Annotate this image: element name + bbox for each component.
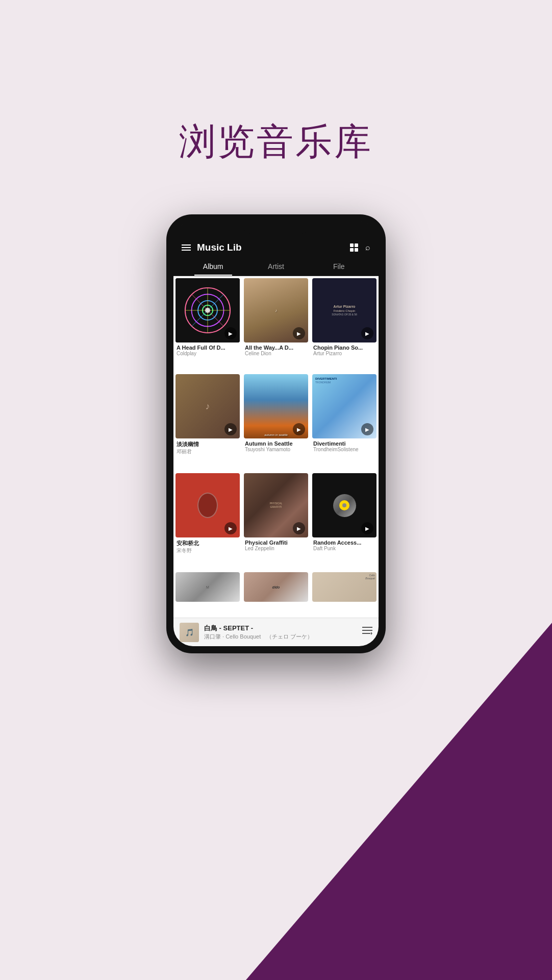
svg-marker-13: [371, 632, 372, 635]
app-bar-left: Music Lib: [182, 242, 242, 253]
play-button[interactable]: ▶: [293, 327, 305, 339]
album-item[interactable]: DIVERTIMENTI TRONDHEIM ▶ Divertimenti Tr…: [310, 372, 379, 471]
phone-frame: Music Lib ⌕ Album Artist File: [166, 214, 386, 653]
album-artist: Celine Dion: [244, 351, 308, 356]
album-cover: Artur Pizarro Frédéric Chopin SONATAS OP…: [312, 278, 377, 342]
album-item[interactable]: ♪ ▶ 淡淡幽情 邓丽君: [173, 372, 242, 471]
tab-artist[interactable]: Artist: [244, 257, 307, 276]
now-playing-menu-icon[interactable]: [362, 627, 372, 638]
album-artist: Coldplay: [175, 351, 240, 356]
album-item[interactable]: ▶ A Head Full Of D... Coldplay: [173, 276, 242, 372]
svg-rect-12: [362, 633, 370, 634]
album-item[interactable]: Cello Bouquet: [310, 570, 379, 606]
album-name: A Head Full Of D...: [175, 345, 240, 351]
svg-point-9: [205, 308, 210, 313]
grid-view-icon[interactable]: [350, 243, 358, 252]
album-name: 淡淡幽情: [175, 440, 240, 448]
album-cover: autumn in seattle ▶: [244, 374, 308, 438]
now-playing-title: 白鳥 - SEPTET -: [204, 624, 357, 633]
album-item[interactable]: ▶ 安和桥北 宋冬野: [173, 471, 242, 570]
play-button[interactable]: ▶: [224, 522, 237, 534]
tabs-bar: Album Artist File: [173, 257, 379, 276]
now-playing-info: 白鳥 - SEPTET - 溝口肇 · Cello Bouquet （チェロ ブ…: [204, 624, 357, 641]
album-artist: TrondheimSolistene: [312, 447, 377, 452]
album-name: Random Access...: [312, 540, 377, 546]
menu-icon[interactable]: [182, 244, 191, 251]
album-cover: dido: [244, 572, 308, 602]
tab-file[interactable]: File: [308, 257, 370, 276]
album-cover: ♪ ▶: [175, 374, 240, 438]
album-cover: ▶: [312, 473, 377, 537]
album-name: Autumn in Seattle: [244, 440, 308, 447]
page-title: 浏览音乐库: [0, 117, 552, 166]
album-artist: Tsuyoshi Yamamoto: [244, 447, 308, 452]
album-name: 安和桥北: [175, 540, 240, 547]
album-artist: Led Zeppelin: [244, 546, 308, 551]
album-cover: Cello Bouquet: [312, 572, 377, 602]
album-artist: Daft Punk: [312, 546, 377, 551]
phone-screen: Music Lib ⌕ Album Artist File: [173, 222, 379, 646]
bg-decoration: [246, 623, 552, 980]
album-artist: 邓丽君: [175, 448, 240, 455]
album-item[interactable]: autumn in seattle ▶ Autumn in Seattle Ts…: [242, 372, 310, 471]
svg-rect-10: [362, 627, 372, 628]
tab-album[interactable]: Album: [182, 257, 244, 276]
play-button[interactable]: ▶: [224, 423, 237, 435]
svg-rect-11: [362, 630, 372, 631]
play-button[interactable]: ▶: [361, 327, 373, 339]
album-cover: ▶: [175, 278, 240, 342]
app-bar-title: Music Lib: [197, 242, 242, 253]
album-grid: ▶ A Head Full Of D... Coldplay ♪ ▶ All t…: [173, 276, 379, 618]
play-button[interactable]: ▶: [293, 423, 305, 435]
album-name: All the Way...A D...: [244, 345, 308, 351]
play-button[interactable]: ▶: [361, 522, 373, 534]
now-playing-thumbnail: 🎵: [180, 623, 199, 642]
album-item[interactable]: ♪ ▶ All the Way...A D... Celine Dion: [242, 276, 310, 372]
album-cover: ▶: [175, 473, 240, 537]
album-cover: DIVERTIMENTI TRONDHEIM ▶: [312, 374, 377, 438]
album-name: Physical Graffiti: [244, 540, 308, 546]
phone-notch: [243, 222, 309, 234]
album-artist: Artur Pizarro: [312, 351, 377, 356]
search-icon[interactable]: ⌕: [365, 243, 370, 252]
album-cover: PHYSICAL GRAFFITI ▶: [244, 473, 308, 537]
album-name: Chopin Piano So...: [312, 345, 377, 351]
album-artist: 宋冬野: [175, 547, 240, 554]
play-button[interactable]: ▶: [224, 327, 237, 339]
album-item[interactable]: M: [173, 570, 242, 606]
now-playing-artist: 溝口肇 · Cello Bouquet （チェロ ブーケ）: [204, 633, 357, 641]
now-playing-bar[interactable]: 🎵 白鳥 - SEPTET - 溝口肇 · Cello Bouquet （チェロ…: [173, 618, 379, 646]
play-button[interactable]: ▶: [361, 423, 373, 435]
album-item[interactable]: ▶ Random Access... Daft Punk: [310, 471, 379, 570]
album-item[interactable]: Artur Pizarro Frédéric Chopin SONATAS OP…: [310, 276, 379, 372]
album-cover: M: [175, 572, 240, 602]
app-bar: Music Lib ⌕: [173, 238, 379, 257]
album-name: Divertimenti: [312, 440, 377, 447]
album-item[interactable]: PHYSICAL GRAFFITI ▶ Physical Graffiti Le…: [242, 471, 310, 570]
album-item[interactable]: dido: [242, 570, 310, 606]
app-bar-right: ⌕: [350, 243, 370, 252]
album-cover: ♪ ▶: [244, 278, 308, 342]
play-button[interactable]: ▶: [293, 522, 305, 534]
